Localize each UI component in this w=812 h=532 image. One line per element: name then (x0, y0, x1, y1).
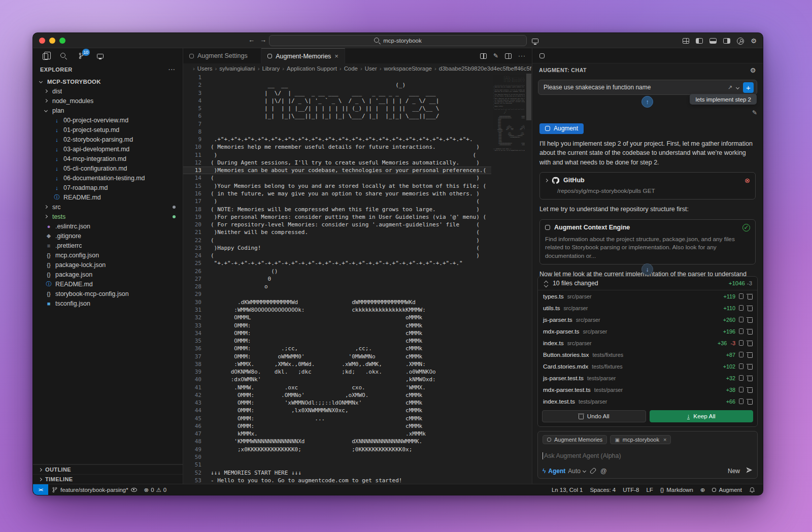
ports-globe-icon[interactable]: ⊕ (697, 486, 709, 493)
zoom-window-button[interactable] (59, 38, 65, 44)
open-file-icon[interactable] (739, 375, 743, 381)
tree-item[interactable]: {} package-lock.json (33, 260, 183, 270)
tree-item[interactable]: ↓ 03-api-development.md (33, 144, 183, 154)
tree-item[interactable]: ≡ .prettierrc (33, 241, 183, 250)
discard-file-icon[interactable] (747, 305, 752, 311)
account-icon[interactable] (737, 38, 744, 45)
scroll-up-button[interactable]: ↑ (641, 96, 653, 108)
split-editor-icon[interactable] (505, 53, 512, 59)
cursor-position[interactable]: Ln 13, Col 1 (548, 487, 586, 493)
branch-indicator[interactable]: feature/storybook-parsing* (48, 487, 141, 493)
chat-settings-gear-icon[interactable]: ⚙ (750, 66, 756, 74)
changed-file-row[interactable]: mdx-parser.test.ts tests/parser +38 (538, 384, 757, 395)
open-file-icon[interactable] (739, 317, 743, 322)
breadcrumb-item[interactable]: sylvaingiuliani (219, 65, 255, 72)
discard-file-icon[interactable] (747, 375, 752, 381)
tree-item[interactable]: ⓘ README.md (33, 279, 183, 289)
tree-item[interactable]: ↓ 06-documentation-testing.md (33, 173, 183, 183)
open-file-icon[interactable] (739, 398, 743, 404)
augment-status[interactable]: Augment (708, 487, 746, 493)
tree-item[interactable]: node_modules (33, 96, 183, 106)
discard-file-icon[interactable] (747, 387, 752, 392)
discard-file-icon[interactable] (747, 398, 752, 404)
changed-file-row[interactable]: types.ts src/parser +119 (538, 290, 757, 302)
tree-item[interactable]: ↓ 01-project-setup.md (33, 125, 183, 135)
augment-panel-icon[interactable] (539, 53, 545, 58)
changed-file-row[interactable]: Card.stories.mdx tests/fixtures +102 (538, 360, 757, 372)
toggle-secondary-sidebar-icon[interactable] (723, 38, 730, 44)
context-chip-augment-memories[interactable]: Augment Memories (543, 435, 607, 444)
explorer-view-icon[interactable] (40, 51, 50, 61)
edit-message-icon[interactable]: ✎ (752, 109, 757, 116)
tree-item[interactable]: {} storybook-mcp-config.json (33, 289, 183, 298)
tree-item[interactable]: {} package.json (33, 270, 183, 279)
problems-indicator[interactable]: ⊗0 ⚠0 (141, 486, 170, 493)
tree-item[interactable]: ⓘ README.md (33, 192, 183, 202)
tree-item[interactable]: tests (33, 212, 183, 221)
agent-mode-selector[interactable]: ϟ Agent Auto (543, 468, 586, 475)
discard-file-icon[interactable] (747, 340, 752, 346)
chevron-down-icon[interactable] (736, 85, 739, 89)
minimap[interactable]: __ __ (_) | \/ | ___ _ __ ___ ___ _ __ _… (493, 74, 525, 484)
explorer-more-actions-icon[interactable]: ··· (168, 66, 176, 73)
eol-sequence[interactable]: LF (642, 487, 656, 493)
breadcrumb-item[interactable]: Code (344, 65, 358, 72)
more-actions-icon[interactable]: ··· (518, 52, 526, 59)
tree-item[interactable]: ↓ 04-mcp-integration.md (33, 154, 183, 163)
tree-item[interactable]: ■ tsconfig.json (33, 298, 183, 308)
open-file-icon[interactable] (739, 305, 743, 311)
toggle-panel-icon[interactable] (709, 38, 717, 44)
scroll-down-button[interactable]: ↓ (641, 263, 653, 275)
send-icon[interactable] (746, 467, 753, 475)
tree-item[interactable]: ↓ 07-roadmap.md (33, 183, 183, 192)
context-engine-card[interactable]: Augment Context Engine ✓ Find informatio… (539, 219, 756, 265)
breadcrumb-item[interactable]: workspaceStorage (384, 65, 432, 72)
tree-item[interactable]: ◆ .gitignore (33, 231, 183, 241)
tree-item[interactable]: {} mcp.config.json (33, 250, 183, 260)
tree-item[interactable]: dist (33, 86, 183, 96)
tree-item[interactable]: ↓ 00-project-overview.md (33, 115, 183, 125)
discard-file-icon[interactable] (747, 363, 752, 369)
close-tab-icon[interactable]: × (334, 52, 339, 60)
tree-item[interactable]: MCP-STORYBOOK (33, 77, 183, 86)
open-file-icon[interactable] (739, 363, 743, 369)
remote-window-icon[interactable] (532, 39, 538, 43)
changed-file-row[interactable]: index.test.ts tests/parser +66 (538, 395, 757, 407)
open-changes-icon[interactable] (480, 53, 487, 59)
language-mode[interactable]: {}Markdown (657, 487, 697, 493)
changed-file-row[interactable]: index.ts src/parser +36 -3 (538, 337, 757, 349)
discard-file-icon[interactable] (747, 328, 752, 334)
collapse-panel-icon[interactable] (543, 280, 549, 287)
outline-section[interactable]: OUTLINE (33, 464, 183, 474)
customize-layout-icon[interactable] (683, 38, 689, 44)
remove-chip-icon[interactable]: × (663, 437, 666, 443)
tab-augment-settings[interactable]: Augment Settings × (183, 48, 261, 63)
discard-file-icon[interactable] (747, 317, 752, 322)
open-file-icon[interactable] (739, 328, 743, 334)
breadcrumb-item[interactable]: d3baabe25b9820e3d4ec5fbeff46c5f (439, 65, 531, 72)
forward-button[interactable]: → (260, 36, 266, 44)
open-file-icon[interactable] (739, 352, 743, 357)
changed-file-row[interactable]: utils.ts src/parser +110 (538, 302, 757, 314)
share-icon[interactable]: ↗ (728, 84, 732, 91)
breadcrumb-item[interactable]: Users (197, 65, 213, 72)
code-editor[interactable]: 1 2 __ __ (_) (183, 74, 491, 484)
indentation[interactable]: Spaces: 4 (586, 487, 619, 493)
github-tool-card[interactable]: GitHub ⊗ /repos/sylg/mcp-storybook/pulls… (539, 172, 756, 200)
search-view-icon[interactable] (58, 51, 69, 61)
discard-file-icon[interactable] (747, 293, 752, 299)
tree-item[interactable]: ● .eslintrc.json (33, 221, 183, 231)
context-chip-mcp-storybook[interactable]: ▣ mcp-storybook × (610, 435, 671, 444)
editor-scrollbar[interactable] (526, 74, 532, 484)
settings-gear-icon[interactable]: ⚙ (751, 37, 757, 45)
back-button[interactable]: ← (248, 36, 255, 44)
command-center-search[interactable]: mcp-storybook (269, 35, 527, 46)
minimize-window-button[interactable] (49, 38, 55, 44)
mention-icon[interactable]: @ (600, 468, 607, 475)
breadcrumb-item[interactable]: Library (262, 65, 280, 72)
source-control-icon[interactable]: 10 (77, 51, 87, 61)
remote-explorer-icon[interactable] (95, 51, 105, 61)
add-guideline-button[interactable]: + (743, 82, 754, 93)
new-chat-button[interactable]: New (728, 468, 740, 475)
tree-item[interactable]: ↓ 02-storybook-parsing.md (33, 135, 183, 144)
